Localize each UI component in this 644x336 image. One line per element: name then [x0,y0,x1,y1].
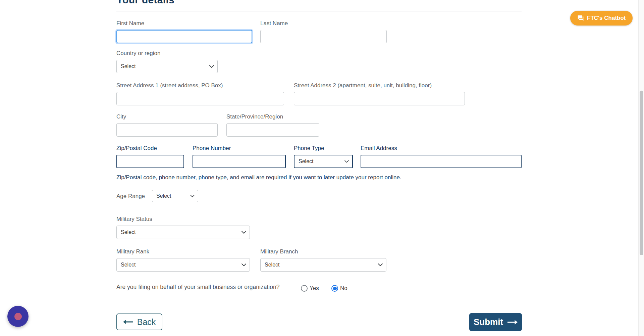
divider [116,11,522,11]
military-branch-label: Military Branch [260,248,386,255]
city-input[interactable] [116,123,218,137]
phone-number-label: Phone Number [193,145,286,152]
recording-indicator-widget[interactable] [7,306,29,327]
age-range-select-value: Select [156,193,171,199]
email-input[interactable] [361,155,522,168]
chevron-down-icon [190,195,195,197]
street-address-2-input[interactable] [294,92,465,105]
phone-type-field-group: Phone Type Select [294,145,353,168]
last-name-field-group: Last Name [260,20,387,43]
radio-no-label: No [340,285,347,292]
military-rank-label: Military Rank [116,248,250,255]
last-name-label: Last Name [260,20,387,27]
required-fields-note: Zip/Postal code, phone number, phone typ… [116,174,401,181]
military-rank-select-value: Select [121,262,136,268]
military-branch-field-group: Military Branch Select [260,248,386,272]
first-name-field-group: First Name [116,20,252,43]
country-label: Country or region [116,50,218,57]
chevron-down-icon [209,65,214,68]
submit-button[interactable]: Submit [469,313,522,331]
street-address-1-label: Street Address 1 (street address, PO Box… [116,82,284,89]
street-address-2-field-group: Street Address 2 (apartment, suite, unit… [294,82,465,105]
military-rank-select[interactable]: Select [116,258,250,272]
vertical-scrollbar[interactable] [638,0,644,336]
radio-option-yes[interactable]: Yes [301,285,319,292]
city-label: City [116,113,218,120]
phone-number-field-group: Phone Number [193,145,286,168]
first-name-label: First Name [116,20,252,27]
military-status-field-group: Military Status Select [116,216,250,239]
chatbot-label: FTC's Chatbot [587,15,626,21]
chevron-down-icon [344,160,349,163]
country-field-group: Country or region Select [116,50,218,73]
age-range-field-group: Select [152,190,198,202]
arrow-right-icon [507,320,518,325]
military-rank-field-group: Military Rank Select [116,248,250,272]
street-address-1-field-group: Street Address 1 (street address, PO Box… [116,82,284,105]
country-select-value: Select [121,63,136,69]
chevron-down-icon [378,263,383,267]
radio-no-circle[interactable] [331,285,338,292]
back-button-label: Back [137,317,156,327]
chat-icon [577,15,584,21]
state-field-group: State/Province/Region [226,113,319,137]
phone-type-label: Phone Type [294,145,353,152]
scrollbar-thumb[interactable] [640,91,643,255]
military-branch-select[interactable]: Select [260,258,386,272]
age-range-label: Age Range [116,193,145,200]
divider [116,308,522,308]
military-status-select[interactable]: Select [116,226,250,239]
country-select[interactable]: Select [116,60,218,73]
zip-label: Zip/Postal Code [116,145,184,152]
radio-yes-circle[interactable] [301,285,308,292]
street-address-1-input[interactable] [116,92,284,105]
first-name-input[interactable] [116,30,252,43]
radio-option-no[interactable]: No [331,285,347,292]
last-name-input[interactable] [260,30,387,43]
state-label: State/Province/Region [226,113,319,120]
arrow-left-icon [123,319,133,325]
submit-button-label: Submit [474,317,503,327]
radio-yes-label: Yes [310,285,319,292]
phone-type-select[interactable]: Select [294,155,353,168]
back-button[interactable]: Back [116,314,162,330]
military-status-label: Military Status [116,216,250,223]
street-address-2-label: Street Address 2 (apartment, suite, unit… [294,82,465,89]
page-title: Your details [116,0,174,6]
email-label: Email Address [361,145,522,152]
chevron-down-icon [241,263,246,267]
zip-input[interactable] [116,155,184,168]
recording-dot-icon [14,313,22,320]
phone-type-select-value: Select [299,158,313,164]
zip-field-group: Zip/Postal Code [116,145,184,168]
business-question-label: Are you filing on behalf of your small b… [116,284,279,291]
chevron-down-icon [241,231,246,234]
ftc-chatbot-button[interactable]: FTC's Chatbot [570,11,633,26]
page: Your details First Name Last Name Countr… [0,0,644,336]
phone-number-input[interactable] [193,155,286,168]
military-status-select-value: Select [121,229,136,235]
city-field-group: City [116,113,218,137]
state-input[interactable] [226,123,319,137]
email-field-group: Email Address [361,145,522,168]
military-branch-select-value: Select [265,262,279,268]
age-range-select[interactable]: Select [152,190,198,202]
